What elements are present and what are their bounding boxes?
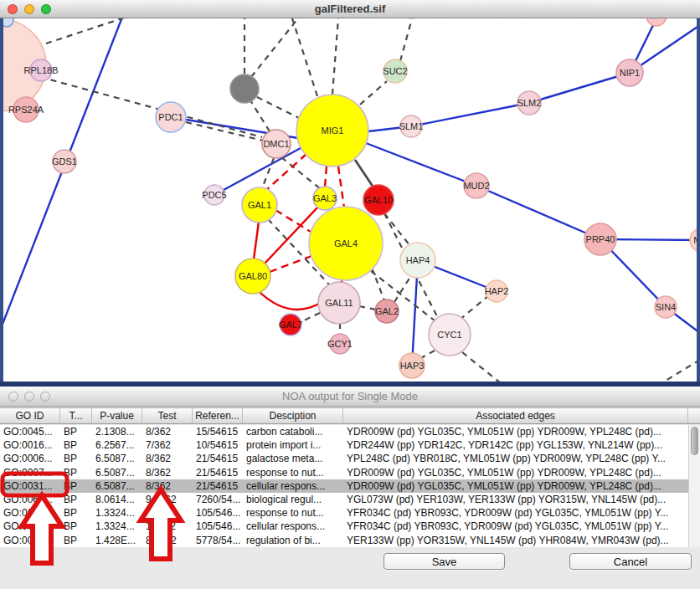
table-cell: GO:0016... [0,439,60,451]
table-cell: 8/362 [142,467,193,479]
table-row[interactable]: GO:0007...BP6.5087...8/36221/54615respon… [0,466,688,479]
scrollbar-thumb[interactable] [691,427,698,455]
table-cell: GO:0065... [0,494,60,505]
table-cell: BP [60,439,92,451]
table-cell: 5778/54... [193,535,243,546]
node-label-GAL3: GAL3 [313,193,337,203]
column-header-referen-[interactable]: Referen... [193,408,243,423]
graph-edge [270,256,311,272]
table-row[interactable]: GO:0031...BP1.3324...11/362105/546...cel… [0,520,688,533]
graph-edge [257,97,301,119]
table-cell: 80/362 [142,535,193,546]
node-gray-node[interactable] [230,74,259,103]
table-cell: cellular respons... [243,480,343,492]
graph-edge [292,18,317,96]
graph-edge [661,360,700,383]
table-cell: 11/362 [142,507,193,519]
table-cell: biological regul... [243,494,343,505]
graph-edge [394,277,410,302]
canvas-border-left [0,18,3,387]
table-cell: 21/54615 [193,467,243,479]
graph-edge [384,213,410,246]
table-row[interactable]: GO:0065...BP8.0614...94/3627260/54...bio… [0,493,688,506]
graph-edge [360,81,387,105]
canvas-border-right [697,18,700,387]
table-cell: 21/54615 [193,453,243,464]
cancel-button[interactable]: Cancel [569,553,692,570]
table-cell: 15/54615 [193,426,243,438]
graph-edge [40,77,262,137]
table-cell: 11/362 [142,520,193,532]
table-row[interactable]: GO:0031...BP6.5087...8/36221/54615cellul… [0,479,688,493]
graph-edge [260,292,319,310]
graph-edge [250,100,270,131]
node-label-NIP1: NIP1 [620,68,640,78]
zoom-button-icon[interactable] [40,392,50,402]
column-header-p-value[interactable]: P-value [92,408,142,423]
table-cell: response to nut... [243,467,343,479]
table-cell: GO:0031... [0,520,60,532]
minimize-button-icon[interactable] [24,4,34,14]
close-button-icon[interactable] [8,392,18,402]
table-row[interactable]: GO:0016...BP6.2567...7/36210/54615protei… [0,438,688,452]
table-cell: carbon cataboli... [243,426,343,438]
table-cell: GO:0007... [0,467,60,479]
graph-edge [476,186,600,239]
graph-window: RPL18BRPS24AGDS1PDC1DMC1MIG1SUC2SLM1SLM2… [0,0,700,387]
minimize-button-icon[interactable] [24,392,34,402]
save-button[interactable]: Save [383,553,505,570]
close-button-icon[interactable] [8,4,18,14]
network-canvas[interactable]: RPL18BRPS24AGDS1PDC1DMC1MIG1SUC2SLM1SLM2… [0,18,700,387]
node-label-GAL10: GAL10 [364,195,393,205]
node-label-SUC2: SUC2 [383,66,407,76]
node-label-GAL11: GAL11 [325,298,353,308]
table-cell: BP [60,480,92,492]
table-cell: BP [60,535,92,546]
table-cell: YER133W (pp) YOR315W, YNL145W (pd) YHR08… [343,535,688,546]
graph-edge [411,103,529,126]
table-cell: YPL248C (pd) YBR018C, YML051W (pp) YDR00… [343,453,688,464]
node-label-PDC1: PDC1 [158,112,183,122]
column-header-spacer [688,408,700,423]
table-cell: 8/362 [142,426,193,438]
table-cell: YDR244W (pp) YDR142C, YDR142C (pp) YGL15… [343,439,688,451]
graph-edge [301,313,320,322]
table-cell: cellular respons... [243,520,343,532]
table-row[interactable]: GO:0050...BP1.428E...80/3625778/54...reg… [0,534,688,547]
table-cell: BP [60,507,92,519]
network-graph: RPL18BRPS24AGDS1PDC1DMC1MIG1SUC2SLM1SLM2… [0,18,700,387]
node-label-MUD2: MUD2 [463,181,489,191]
vertical-scrollbar[interactable] [688,425,700,547]
graph-edge [46,18,142,44]
table-row[interactable]: GO:0045...BP2.1308...8/36215/54615carbon… [0,425,688,438]
graph-edge [366,143,476,186]
graph-edge [254,222,259,259]
graph-edge [460,295,489,320]
graph-edge [338,166,344,207]
table-cell: YDR009W (pd) YGL035C, YML051W (pp) YDR00… [343,426,688,438]
column-header-desciption[interactable]: Desciption [243,408,343,423]
column-header-go-id[interactable]: GO ID [0,408,60,423]
noa-output-window: NOA output for Single Mode GO IDT...P-va… [0,387,700,589]
node-label-GAL1: GAL1 [248,200,271,210]
node-label-GAL7: GAL7 [279,320,302,330]
column-header-t-[interactable]: T... [60,408,92,423]
graph-edge [355,160,373,187]
table-cell: BP [60,494,92,505]
node-label-GAL4: GAL4 [334,238,358,248]
table-cell: 6.5087... [92,453,142,464]
table-cell: YFR034C (pd) YBR093C, YDR009W (pd) YGL03… [343,520,688,532]
column-header-test[interactable]: Test [142,408,193,423]
node-label-MIG1: MIG1 [322,125,344,136]
node-label-SLM1: SLM1 [399,121,424,131]
table-cell: GO:0045... [0,426,60,438]
node-top-right[interactable] [646,18,667,26]
graph-edge [251,18,298,77]
column-header-associated-edges[interactable]: Associated edges [343,408,688,423]
table-cell: 2.1308... [92,426,142,438]
node-label-SIN4: SIN4 [656,302,676,312]
zoom-button-icon[interactable] [41,4,51,14]
table-row[interactable]: GO:0031...BP1.3324...11/362105/546...res… [0,506,688,520]
table-cell: protein import i... [243,439,343,451]
table-row[interactable]: GO:0006...BP6.5087...8/36221/54615galact… [0,452,688,465]
